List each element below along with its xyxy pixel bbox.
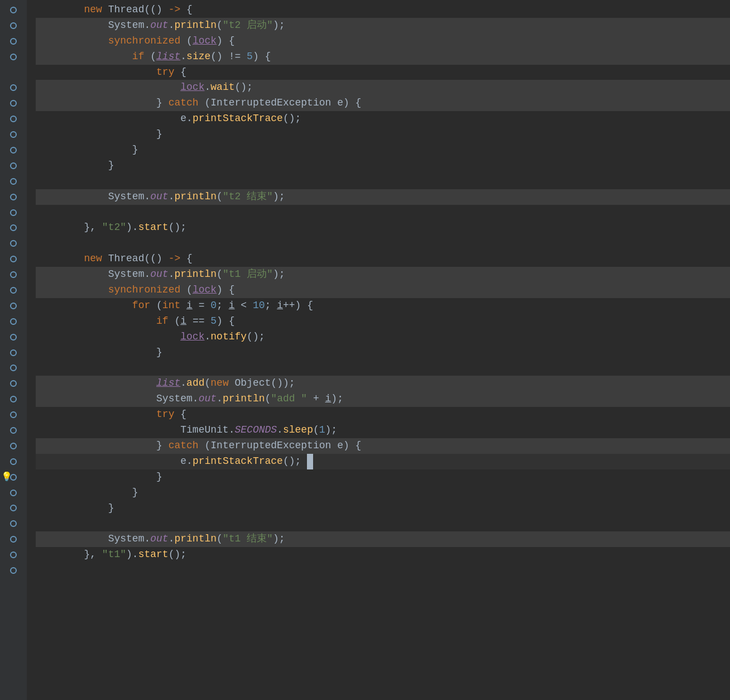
code-token: out <box>150 267 168 282</box>
breakpoint-marker[interactable] <box>10 100 17 107</box>
code-token: ( <box>156 298 162 314</box>
code-line: if (i == 5) { <box>36 314 730 329</box>
gutter-line <box>0 267 27 282</box>
code-line: System.out.println("t2 结束"); <box>36 189 730 205</box>
code-token: 5 <box>210 314 217 329</box>
breakpoint-marker[interactable] <box>10 380 17 387</box>
code-token: ( <box>217 18 223 33</box>
code-token: synchronized <box>108 282 186 298</box>
breakpoint-marker[interactable] <box>10 520 17 527</box>
code-token: 10 <box>253 298 265 314</box>
code-token: . <box>169 18 175 33</box>
code-token: } <box>108 158 114 174</box>
breakpoint-marker[interactable] <box>10 567 17 574</box>
code-token: ( <box>217 189 223 205</box>
breakpoint-marker[interactable] <box>10 505 17 511</box>
breakpoint-marker[interactable] <box>10 365 17 371</box>
code-token: { <box>174 65 186 80</box>
breakpoint-marker[interactable] <box>10 240 17 247</box>
code-line <box>36 236 730 251</box>
code-line: new Thread(() -> { <box>36 2 730 18</box>
breakpoint-marker[interactable] <box>10 38 17 45</box>
breakpoint-marker[interactable] <box>10 162 17 169</box>
code-token: } <box>156 127 162 142</box>
breakpoint-marker[interactable] <box>10 303 17 309</box>
breakpoint-marker[interactable] <box>10 490 17 496</box>
breakpoint-marker[interactable] <box>10 552 17 558</box>
breakpoint-marker[interactable] <box>10 224 17 231</box>
code-token <box>36 391 156 407</box>
code-token: i <box>229 298 235 314</box>
code-token: ( <box>204 438 210 454</box>
breakpoint-marker[interactable] <box>10 349 17 356</box>
breakpoint-marker[interactable] <box>10 147 17 154</box>
code-token <box>36 142 132 158</box>
breakpoint-marker[interactable] <box>10 131 17 138</box>
gutter-line <box>0 205 27 220</box>
breakpoint-marker[interactable] <box>10 396 17 402</box>
code-token <box>36 469 156 485</box>
code-token: e <box>337 438 343 454</box>
breakpoint-marker[interactable] <box>10 194 17 200</box>
gutter-line <box>0 438 27 454</box>
code-token: "t2 结束" <box>223 189 273 205</box>
breakpoint-marker[interactable] <box>10 318 17 325</box>
code-token <box>36 376 156 391</box>
breakpoint-marker[interactable] <box>10 54 17 60</box>
gutter-line <box>0 423 27 438</box>
gutter-line <box>0 220 27 236</box>
code-line: } <box>36 345 730 361</box>
code-token: "t1 结束" <box>223 531 273 547</box>
code-token: ) { <box>343 438 361 454</box>
breakpoint-marker[interactable] <box>10 7 17 13</box>
code-line: TimeUnit.SECONDS.sleep(1); <box>36 423 730 438</box>
code-token: ; <box>265 298 277 314</box>
breakpoint-marker[interactable] <box>10 271 17 278</box>
breakpoint-marker[interactable] <box>10 287 17 294</box>
breakpoint-marker[interactable] <box>10 22 17 29</box>
gutter-line <box>0 49 27 65</box>
code-token: } <box>132 142 138 158</box>
code-token: if <box>156 314 174 329</box>
breakpoint-marker[interactable] <box>10 443 17 449</box>
code-token: "t2" <box>102 220 126 236</box>
breakpoint-marker[interactable] <box>10 84 17 91</box>
code-token: lock <box>193 282 217 298</box>
code-token: out <box>199 391 217 407</box>
code-token: e <box>180 454 186 469</box>
code-token: . <box>217 391 223 407</box>
code-line: if (list.size() != 5) { <box>36 49 730 65</box>
breakpoint-marker[interactable] <box>10 209 17 216</box>
breakpoint-marker[interactable] <box>10 116 17 122</box>
code-token: new <box>84 251 108 267</box>
lightbulb-icon[interactable]: 💡 <box>1 470 12 484</box>
breakpoint-marker[interactable] <box>10 536 17 543</box>
code-token: (); <box>235 80 253 95</box>
breakpoint-marker[interactable] <box>10 411 17 418</box>
code-token <box>36 267 108 282</box>
code-token: i <box>325 391 332 407</box>
code-token: println <box>174 189 217 205</box>
code-token: . <box>169 267 175 282</box>
breakpoint-marker[interactable] <box>10 178 17 185</box>
code-token: out <box>150 18 168 33</box>
gutter-line <box>0 516 27 531</box>
breakpoint-marker[interactable] <box>10 334 17 341</box>
code-token: e <box>337 95 343 111</box>
code-token: . <box>204 80 210 95</box>
breakpoint-marker[interactable] <box>10 256 17 262</box>
code-token: InterruptedException <box>210 438 337 454</box>
code-token: wait <box>210 80 234 95</box>
breakpoint-marker[interactable] <box>10 458 17 465</box>
code-token: printStackTrace <box>193 454 283 469</box>
breakpoint-marker[interactable] <box>10 69 17 76</box>
gutter-line <box>0 142 27 158</box>
code-line: list.add(new Object()); <box>36 376 730 391</box>
code-token: ; <box>217 298 229 314</box>
code-token: ()); <box>271 376 295 391</box>
code-line <box>36 516 730 531</box>
breakpoint-marker[interactable] <box>10 427 17 434</box>
code-token: ); <box>325 423 338 438</box>
code-token: ( <box>186 282 193 298</box>
code-token <box>36 18 108 33</box>
